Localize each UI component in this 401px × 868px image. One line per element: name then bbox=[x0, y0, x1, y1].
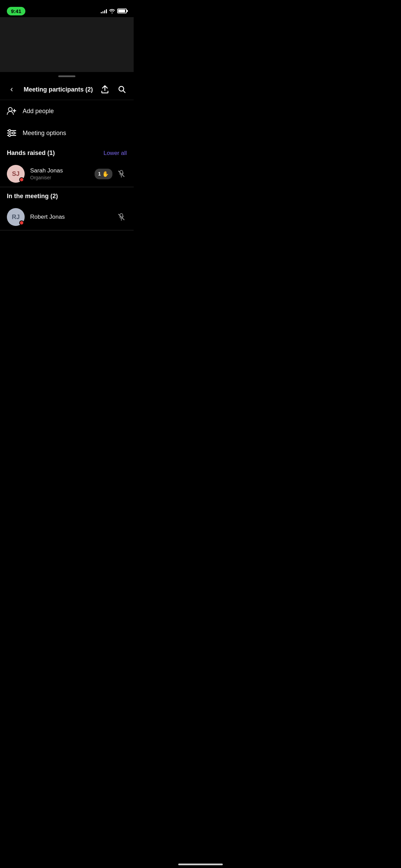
signal-icon bbox=[101, 9, 107, 13]
robert-actions bbox=[116, 212, 127, 222]
meeting-options-label: Meeting options bbox=[23, 130, 66, 137]
sarah-avatar-wrapper: SJ bbox=[7, 165, 25, 183]
in-meeting-section-header: In the meeting (2) bbox=[0, 187, 134, 204]
share-button[interactable] bbox=[99, 83, 111, 96]
sarah-online-dot bbox=[19, 177, 24, 182]
add-people-item[interactable]: Add people bbox=[0, 100, 134, 122]
back-button[interactable]: ‹ bbox=[5, 83, 18, 96]
robert-name: Robert Jonas bbox=[30, 214, 110, 220]
lower-all-button[interactable]: Lower all bbox=[104, 150, 127, 157]
in-meeting-title: In the meeting (2) bbox=[7, 193, 58, 200]
sarah-hand-count: 1 bbox=[98, 171, 101, 177]
sarah-mute-icon[interactable] bbox=[116, 168, 127, 179]
status-icons bbox=[101, 9, 127, 13]
content: Add people Meeting options Hands raised … bbox=[0, 100, 134, 230]
robert-online-dot bbox=[19, 220, 24, 225]
status-bar: 9:41 bbox=[0, 0, 134, 17]
hands-raised-section-header: Hands raised (1) Lower all bbox=[0, 144, 134, 161]
sarah-actions: 1 ✋ bbox=[95, 168, 127, 179]
svg-point-10 bbox=[9, 134, 11, 136]
wifi-icon bbox=[109, 9, 115, 13]
participant-row-robert[interactable]: RJ Robert Jonas bbox=[0, 204, 134, 230]
hands-raised-title: Hands raised (1) bbox=[7, 149, 55, 157]
back-icon: ‹ bbox=[10, 85, 13, 93]
robert-info: Robert Jonas bbox=[30, 214, 110, 220]
add-people-label: Add people bbox=[23, 108, 54, 115]
meeting-options-icon bbox=[7, 128, 16, 138]
sarah-info: Sarah Jonas Organiser bbox=[30, 167, 89, 180]
drag-handle-container bbox=[0, 72, 134, 79]
svg-point-9 bbox=[13, 132, 15, 134]
share-icon bbox=[101, 85, 109, 94]
page-title: Meeting participants (2) bbox=[18, 86, 99, 93]
sarah-name: Sarah Jonas bbox=[30, 167, 89, 174]
search-button[interactable] bbox=[116, 83, 128, 96]
header-actions bbox=[99, 83, 128, 96]
sarah-hand-emoji: ✋ bbox=[102, 171, 109, 177]
battery-icon bbox=[117, 9, 127, 13]
svg-line-1 bbox=[123, 91, 125, 93]
svg-point-8 bbox=[9, 130, 11, 132]
svg-point-2 bbox=[9, 108, 12, 111]
add-people-icon bbox=[7, 106, 16, 116]
robert-avatar-wrapper: RJ bbox=[7, 208, 25, 226]
drag-handle[interactable] bbox=[58, 75, 75, 77]
meeting-options-item[interactable]: Meeting options bbox=[0, 122, 134, 144]
status-time: 9:41 bbox=[7, 7, 25, 15]
sarah-role: Organiser bbox=[30, 175, 89, 180]
robert-mute-icon[interactable] bbox=[116, 212, 127, 222]
video-area bbox=[0, 17, 134, 72]
participant-row-sarah[interactable]: SJ Sarah Jonas Organiser 1 ✋ bbox=[0, 161, 134, 187]
header: ‹ Meeting participants (2) bbox=[0, 79, 134, 100]
sarah-hand-badge: 1 ✋ bbox=[95, 169, 112, 179]
search-icon bbox=[118, 86, 126, 93]
